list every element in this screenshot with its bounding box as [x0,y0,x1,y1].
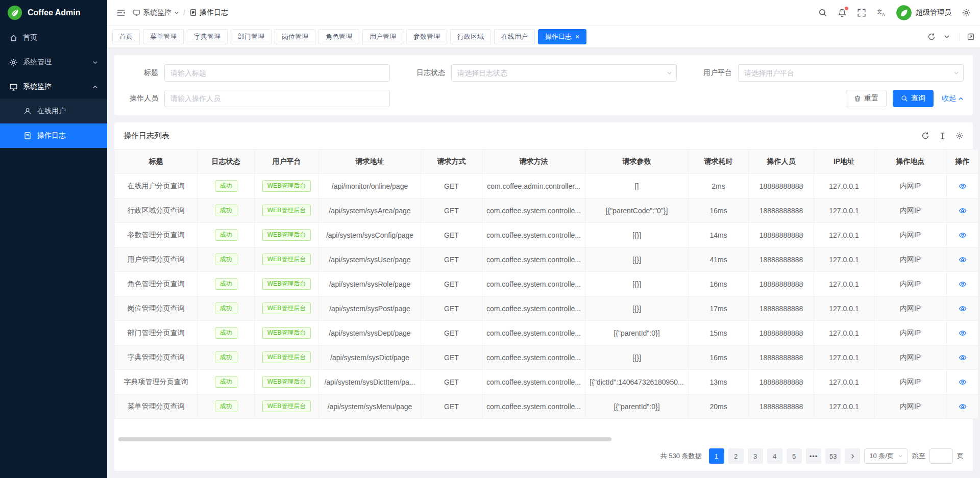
column-header: 用户平台 [255,149,319,174]
title-filter-label: 标题 [124,68,164,78]
cell-method: GET [421,223,482,247]
cell-duration: 14ms [689,223,749,247]
table-row: 部门管理分页查询成功WEB管理后台/api/system/sysDept/pag… [115,321,978,345]
cell-operator: 18888888888 [749,174,814,198]
sidebar: Coffee Admin 首页 系统管理 [0,0,107,478]
sidebar-item-system-mgmt[interactable]: 系统管理 [0,50,107,74]
cell-ip: 127.0.0.1 [814,272,874,296]
sidebar-item-label: 系统管理 [23,58,52,67]
tab-item[interactable]: 菜单管理 [143,29,184,44]
breadcrumb-parent[interactable]: 系统监控 [133,8,179,17]
search-icon[interactable] [818,8,827,17]
view-detail-icon[interactable] [959,231,967,239]
cell-location: 内网IP [874,345,947,370]
reset-button[interactable]: 重置 [846,90,887,107]
sidebar-item-system-monitor[interactable]: 系统监控 [0,74,107,99]
collapse-link[interactable]: 收起 [942,94,964,103]
sidebar-item-online-users[interactable]: 在线用户 [0,99,107,123]
cell-params: [{"parentCode":"0"}] [585,198,689,223]
cell-duration: 41ms [689,247,749,272]
chevron-down-icon [898,454,903,459]
cell-handler: com.coffee.system.controlle... [482,321,585,345]
view-detail-icon[interactable] [959,182,967,190]
cell-ip: 127.0.0.1 [814,321,874,345]
menu-fold-icon[interactable] [116,9,126,17]
pagination-more-button[interactable]: ••• [806,448,822,464]
cell-method: GET [421,321,482,345]
cell-params: [{"parentId":0}] [585,394,689,419]
log-table-card: 操作日志列表 [114,122,973,471]
translate-icon[interactable]: 文A [876,8,886,17]
fullscreen-icon[interactable] [857,8,866,17]
platform-tag: WEB管理后台 [262,278,311,290]
view-detail-icon[interactable] [959,329,967,337]
tab-item[interactable]: 字典管理 [187,29,228,44]
view-detail-icon[interactable] [959,207,967,215]
status-filter-select[interactable] [451,64,677,82]
tab-bar: 首页菜单管理字典管理部门管理岗位管理角色管理用户管理参数管理行政区域在线用户操作… [107,26,980,48]
view-detail-icon[interactable] [959,378,967,386]
view-detail-icon[interactable] [959,256,967,264]
tab-item[interactable]: 参数管理 [406,29,447,44]
title-filter-input[interactable] [164,64,390,82]
cell-handler: com.coffee.system.controlle... [482,272,585,296]
cell-duration: 2ms [689,174,749,198]
table-row: 字典项管理分页查询成功WEB管理后台/api/system/sysDictIte… [115,370,978,394]
page-size-select[interactable]: 10 条/页 [864,448,908,464]
sidebar-item-operation-log[interactable]: 操作日志 [0,123,107,148]
tab-item[interactable]: 操作日志× [538,29,586,44]
cell-params: [{}] [585,272,689,296]
column-header: 请求参数 [585,149,689,174]
app-logo[interactable]: Coffee Admin [0,0,107,26]
breadcrumb: 系统监控 / 操作日志 [133,8,228,17]
tab-item[interactable]: 用户管理 [362,29,403,44]
tab-item[interactable]: 行政区域 [450,29,491,44]
tab-close-icon[interactable]: × [575,33,579,40]
column-height-icon[interactable] [939,132,946,140]
platform-filter-select[interactable] [738,64,964,82]
tab-item[interactable]: 部门管理 [231,29,272,44]
user-menu[interactable]: 超级管理员 [896,5,951,20]
column-header: 操作人员 [749,149,814,174]
tab-item[interactable]: 岗位管理 [275,29,315,44]
search-button[interactable]: 查询 [893,90,934,107]
view-detail-icon[interactable] [959,354,967,362]
page-number-button[interactable]: 3 [748,448,763,464]
cell-handler: com.coffee.admin.controller... [482,174,585,198]
tab-item[interactable]: 角色管理 [318,29,359,44]
page-number-button[interactable]: 4 [767,448,782,464]
refresh-icon[interactable] [927,33,936,41]
page-number-button[interactable]: 5 [787,448,802,464]
scrollbar-thumb[interactable] [118,437,611,441]
table-row: 菜单管理分页查询成功WEB管理后台/api/system/sysMenu/pag… [115,394,978,419]
sidebar-item-home[interactable]: 首页 [0,26,107,50]
gear-icon[interactable] [962,8,971,17]
column-header: 操作 [947,149,978,174]
refresh-icon[interactable] [921,132,929,140]
page-number-button[interactable]: 53 [825,448,841,464]
cell-url: /api/system/sysRole/page [319,272,421,296]
jump-page-input[interactable] [929,448,953,464]
chevron-down-icon[interactable] [944,34,950,40]
view-detail-icon[interactable] [959,402,967,411]
cell-title: 部门管理分页查询 [115,321,198,345]
log-table: 标题日志状态用户平台请求地址请求方式请求方法请求参数请求耗时操作人员IP地址操作… [114,149,978,419]
status-tag: 成功 [215,400,237,412]
next-page-button[interactable] [845,448,860,464]
cell-title: 参数管理分页查询 [115,223,198,247]
operator-filter: 操作人员 [124,90,390,107]
page-fullscreen-icon[interactable] [959,33,975,41]
view-detail-icon[interactable] [959,305,967,313]
operator-filter-input[interactable] [164,90,390,107]
view-detail-icon[interactable] [959,280,967,288]
page-number-button[interactable]: 1 [709,448,724,464]
settings-icon[interactable] [955,132,964,140]
tab-item[interactable]: 在线用户 [494,29,535,44]
column-header: 请求方法 [482,149,585,174]
cell-ip: 127.0.0.1 [814,223,874,247]
chevron-down-icon [953,70,959,76]
tab-item[interactable]: 首页 [112,29,140,44]
cell-operator: 18888888888 [749,345,814,370]
bell-icon[interactable] [838,8,847,17]
page-number-button[interactable]: 2 [728,448,744,464]
